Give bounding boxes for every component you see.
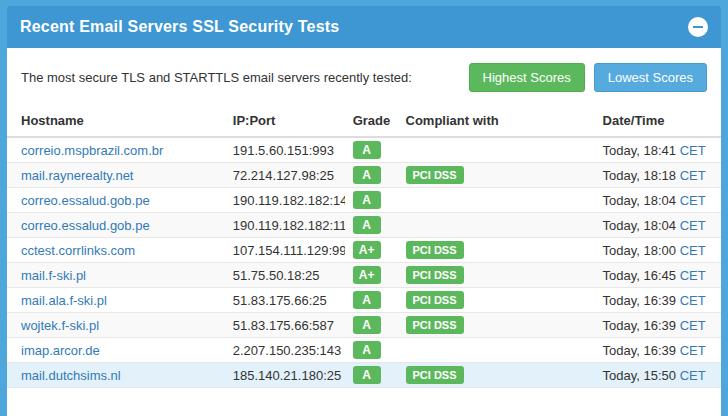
results-table: Hostname IP:Port Grade Compliant with Da… xyxy=(7,105,721,388)
collapse-icon[interactable] xyxy=(688,17,708,37)
grade-badge: A+ xyxy=(353,266,381,284)
date-text: Today, 18:04 xyxy=(603,218,676,233)
ip-port-cell: 185.140.21.180:25 xyxy=(225,363,345,388)
table-row: correio.mspbrazil.com.br 191.5.60.151:99… xyxy=(7,137,721,163)
compliance-badge: PCI DSS xyxy=(406,166,464,184)
table-row: wojtek.f-ski.pl 51.83.175.66:587 A PCI D… xyxy=(7,313,721,338)
hostname-link[interactable]: correo.essalud.gob.pe xyxy=(21,193,150,208)
table-row: mail.ala.f-ski.pl 51.83.175.66:25 A PCI … xyxy=(7,288,721,313)
column-header-grade: Grade xyxy=(345,105,398,137)
hostname-link[interactable]: wojtek.f-ski.pl xyxy=(21,318,99,333)
date-text: Today, 15:50 xyxy=(603,368,676,383)
intro-row: The most secure TLS and STARTTLS email s… xyxy=(7,48,721,105)
date-text: Today, 16:39 xyxy=(603,293,676,308)
table-row: imap.arcor.de 2.207.150.235:143 A Today,… xyxy=(7,338,721,363)
ip-port-cell: 72.214.127.98:25 xyxy=(225,163,345,188)
ip-port-cell: 190.119.182.182:143 xyxy=(225,188,345,213)
table-row: mail.raynerealty.net 72.214.127.98:25 A … xyxy=(7,163,721,188)
timezone-link[interactable]: CET xyxy=(680,143,706,158)
column-header-compliant: Compliant with xyxy=(398,105,595,137)
ip-port-cell: 107.154.111.129:995 xyxy=(225,238,345,263)
date-text: Today, 16:45 xyxy=(603,268,676,283)
ssl-tests-panel: Recent Email Servers SSL Security Tests … xyxy=(7,6,721,416)
timezone-link[interactable]: CET xyxy=(680,218,706,233)
date-text: Today, 18:04 xyxy=(603,193,676,208)
compliance-badge: PCI DSS xyxy=(406,266,464,284)
column-header-hostname: Hostname xyxy=(7,105,225,137)
hostname-link[interactable]: mail.dutchsims.nl xyxy=(21,368,121,383)
table-row: mail.dutchsims.nl 185.140.21.180:25 A PC… xyxy=(7,363,721,388)
ip-port-cell: 51.83.175.66:587 xyxy=(225,313,345,338)
compliance-badge: PCI DSS xyxy=(406,291,464,309)
timezone-link[interactable]: CET xyxy=(680,318,706,333)
table-row: mail.f-ski.pl 51.75.50.18:25 A+ PCI DSS … xyxy=(7,263,721,288)
table-row: correo.essalud.gob.pe 190.119.182.182:14… xyxy=(7,188,721,213)
grade-badge: A xyxy=(353,291,381,309)
date-text: Today, 16:39 xyxy=(603,343,676,358)
timezone-link[interactable]: CET xyxy=(680,193,706,208)
hostname-link[interactable]: correio.mspbrazil.com.br xyxy=(21,143,163,158)
highest-scores-button[interactable]: Highest Scores xyxy=(469,63,585,92)
timezone-link[interactable]: CET xyxy=(680,268,706,283)
table-body: correio.mspbrazil.com.br 191.5.60.151:99… xyxy=(7,137,721,388)
grade-badge: A xyxy=(353,366,381,384)
date-text: Today, 16:39 xyxy=(603,318,676,333)
compliance-badge: PCI DSS xyxy=(406,316,464,334)
timezone-link[interactable]: CET xyxy=(680,293,706,308)
grade-badge: A xyxy=(353,141,381,159)
ip-port-cell: 2.207.150.235:143 xyxy=(225,338,345,363)
timezone-link[interactable]: CET xyxy=(680,368,706,383)
grade-badge: A xyxy=(353,341,381,359)
column-header-datetime: Date/Time xyxy=(595,105,721,137)
grade-badge: A xyxy=(353,191,381,209)
timezone-link[interactable]: CET xyxy=(680,168,706,183)
hostname-link[interactable]: imap.arcor.de xyxy=(21,343,100,358)
column-header-ip-port: IP:Port xyxy=(225,105,345,137)
ip-port-cell: 51.83.175.66:25 xyxy=(225,288,345,313)
ip-port-cell: 191.5.60.151:993 xyxy=(225,137,345,163)
panel-header: Recent Email Servers SSL Security Tests xyxy=(7,6,721,48)
hostname-link[interactable]: correo.essalud.gob.pe xyxy=(21,218,150,233)
grade-badge: A+ xyxy=(353,241,381,259)
hostname-link[interactable]: mail.f-ski.pl xyxy=(21,268,86,283)
grade-badge: A xyxy=(353,166,381,184)
hostname-link[interactable]: cctest.corrlinks.com xyxy=(21,243,135,258)
timezone-link[interactable]: CET xyxy=(680,343,706,358)
table-row: cctest.corrlinks.com 107.154.111.129:995… xyxy=(7,238,721,263)
hostname-link[interactable]: mail.raynerealty.net xyxy=(21,168,133,183)
table-header-row: Hostname IP:Port Grade Compliant with Da… xyxy=(7,105,721,137)
compliance-badge: PCI DSS xyxy=(406,366,464,384)
ip-port-cell: 190.119.182.182:110 xyxy=(225,213,345,238)
panel-body: The most secure TLS and STARTTLS email s… xyxy=(7,48,721,416)
date-text: Today, 18:00 xyxy=(603,243,676,258)
timezone-link[interactable]: CET xyxy=(680,243,706,258)
table-row: correo.essalud.gob.pe 190.119.182.182:11… xyxy=(7,213,721,238)
lowest-scores-button[interactable]: Lowest Scores xyxy=(594,63,707,92)
grade-badge: A xyxy=(353,316,381,334)
grade-badge: A xyxy=(353,216,381,234)
date-text: Today, 18:18 xyxy=(603,168,676,183)
compliance-badge: PCI DSS xyxy=(406,241,464,259)
ip-port-cell: 51.75.50.18:25 xyxy=(225,263,345,288)
intro-text: The most secure TLS and STARTTLS email s… xyxy=(21,70,460,85)
hostname-link[interactable]: mail.ala.f-ski.pl xyxy=(21,293,107,308)
panel-title: Recent Email Servers SSL Security Tests xyxy=(20,18,339,36)
date-text: Today, 18:41 xyxy=(603,143,676,158)
